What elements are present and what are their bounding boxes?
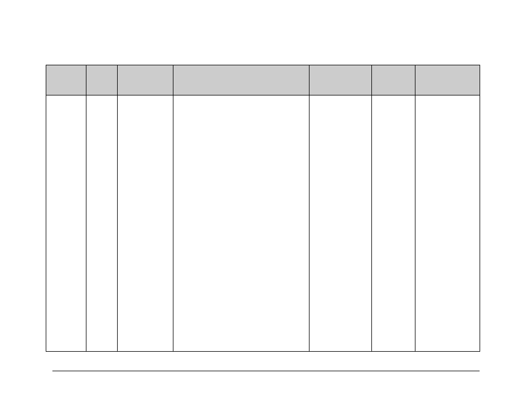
table-cell: [46, 95, 86, 352]
table-cell: [309, 95, 372, 352]
table-cell: [118, 95, 173, 352]
table-header-row: [46, 65, 480, 95]
table-row: [46, 95, 480, 352]
table-header-cell: [86, 65, 118, 95]
data-table: [46, 65, 480, 352]
table-cell: [173, 95, 309, 352]
table-header-cell: [415, 65, 480, 95]
table-header-cell: [309, 65, 372, 95]
table-header-cell: [46, 65, 86, 95]
footer-rule: [52, 371, 480, 371]
table-cell: [372, 95, 415, 352]
table-cell: [86, 95, 118, 352]
table-header-cell: [372, 65, 415, 95]
table-cell: [415, 95, 480, 352]
table-container: [46, 65, 480, 352]
table-header-cell: [173, 65, 309, 95]
table-header-cell: [118, 65, 173, 95]
